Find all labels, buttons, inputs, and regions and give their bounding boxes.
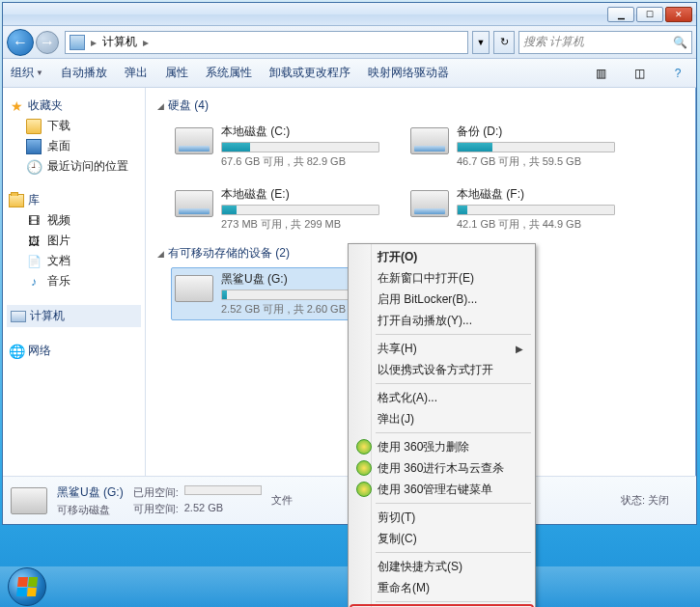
ctx-360-scan[interactable]: 使用 360进行木马云查杀 [350,457,533,479]
search-placeholder: 搜索 计算机 [523,34,584,50]
360-icon [356,460,372,476]
capacity-bar [221,205,379,215]
back-button[interactable]: ← [7,29,34,56]
details-status: 状态: 关闭 [621,493,669,508]
minimize-button[interactable] [607,7,634,22]
ctx-sep [376,503,531,504]
hdd-icon [410,127,449,154]
ctx-rename[interactable]: 重命名(M) [350,577,533,598]
details-used-label: 已用空间: [133,485,179,500]
libraries-head[interactable]: 库 [7,190,141,210]
sidebar-item-desktop[interactable]: 桌面 [7,136,141,156]
usb-icon [175,275,213,302]
navbar: ← → ▸ 计算机 ▸ ▼ ↻ 搜索 计算机 🔍 [3,26,696,59]
ctx-copy[interactable]: 复制(C) [350,528,533,549]
recent-icon: 🕘 [26,159,42,175]
preview-pane-button[interactable]: ◫ [629,63,650,84]
ctx-share[interactable]: 共享(H)▶ [350,338,533,359]
sidebar-item-network[interactable]: 🌐网络 [7,341,141,361]
eject-button[interactable]: 弹出 [125,65,148,81]
ctx-format[interactable]: 格式化(A)... [350,387,533,408]
view-button[interactable]: ▥ [590,63,611,84]
breadcrumb-root[interactable]: 计算机 [102,34,137,50]
windows-icon [16,577,38,596]
collapse-icon[interactable]: ◢ [157,249,164,259]
ctx-autoplay[interactable]: 打开自动播放(Y)... [350,310,533,331]
star-icon: ★ [9,98,24,114]
downloads-icon [26,119,42,134]
drive-d[interactable]: 备份 (D:) 46.7 GB 可用 , 共 59.5 GB [406,120,619,173]
sysproperties-button[interactable]: 系统属性 [206,65,252,81]
context-menu: 打开(O) 在新窗口中打开(E) 启用 BitLocker(B)... 打开自动… [348,243,536,607]
computer-icon [70,35,85,50]
ctx-bitlocker[interactable]: 启用 BitLocker(B)... [350,289,533,310]
favorites-head[interactable]: ★收藏夹 [7,96,141,116]
drive-free: 42.1 GB 可用 , 共 44.9 GB [457,217,615,232]
titlebar [3,3,696,26]
computer-icon [11,311,26,322]
ctx-sep [376,552,531,553]
sidebar-item-pictures[interactable]: 🖼图片 [7,231,141,251]
ctx-cut[interactable]: 剪切(T) [350,507,533,528]
details-bar [184,485,262,495]
360-icon [356,439,372,455]
start-button[interactable] [8,567,46,606]
sidebar-item-computer[interactable]: 计算机 [7,305,141,327]
ctx-360-delete[interactable]: 使用 360强力删除 [350,436,533,457]
section-hdd[interactable]: ◢硬盘 (4) [157,97,685,114]
ctx-360-menu[interactable]: 使用 360管理右键菜单 [350,479,533,500]
sidebar-item-music[interactable]: ♪音乐 [7,271,141,291]
details-free-value: 2.52 GB [184,502,223,516]
close-button[interactable] [665,7,692,22]
capacity-bar [457,142,615,152]
breadcrumb-sep: ▸ [91,36,97,49]
sidebar-item-documents[interactable]: 📄文档 [7,251,141,271]
details-file-label: 文件 [271,493,293,508]
favorites-group: ★收藏夹 下载 桌面 🕘最近访问的位置 [7,96,141,177]
usb-icon [11,487,47,514]
sidebar-item-downloads[interactable]: 下载 [7,116,141,136]
mapdrive-button[interactable]: 映射网络驱动器 [368,65,449,81]
capacity-bar [457,205,615,215]
search-input[interactable]: 搜索 计算机 🔍 [518,31,692,54]
capacity-bar [221,142,379,152]
ctx-open[interactable]: 打开(O) [350,246,533,267]
address-dropdown-button[interactable]: ▼ [472,31,490,54]
address-bar[interactable]: ▸ 计算机 ▸ [65,31,468,54]
hdd-icon [175,127,213,154]
ctx-open-newwin[interactable]: 在新窗口中打开(E) [350,267,533,289]
details-name: 黑鲨U盘 (G:) [57,484,124,501]
forward-button[interactable]: → [36,31,59,54]
drive-f[interactable]: 本地磁盘 (F:) 42.1 GB 可用 , 共 44.9 GB [406,182,619,235]
drive-c[interactable]: 本地磁盘 (C:) 67.6 GB 可用 , 共 82.9 GB [171,120,383,173]
drive-free: 67.6 GB 可用 , 共 82.9 GB [221,154,379,169]
maximize-button[interactable] [636,7,663,22]
hdd-drives: 本地磁盘 (C:) 67.6 GB 可用 , 共 82.9 GB 备份 (D:)… [157,120,685,235]
drive-name: 本地磁盘 (E:) [221,186,379,203]
uninstall-button[interactable]: 卸载或更改程序 [269,65,350,81]
ctx-sep [376,334,531,335]
sidebar-item-videos[interactable]: 🎞视频 [7,210,141,231]
drive-name: 备份 (D:) [457,124,615,140]
drive-e[interactable]: 本地磁盘 (E:) 273 MB 可用 , 共 299 MB [171,182,383,235]
refresh-button[interactable]: ↻ [493,31,515,54]
drive-free: 273 MB 可用 , 共 299 MB [221,217,379,232]
computer-group: 计算机 [7,305,141,327]
autoplay-button[interactable]: 自动播放 [61,65,107,81]
ctx-eject[interactable]: 弹出(J) [350,408,533,429]
sidebar-item-recent[interactable]: 🕘最近访问的位置 [7,156,141,177]
ctx-sep [376,601,531,602]
details-free-label: 可用空间: [133,502,179,516]
pictures-icon: 🖼 [26,234,42,249]
properties-button[interactable]: 属性 [165,65,188,81]
ctx-portable[interactable]: 以便携式设备方式打开 [350,359,533,380]
help-button[interactable]: ? [667,63,688,84]
hdd-icon [410,190,449,217]
drive-name: 本地磁盘 (F:) [457,186,615,203]
organize-button[interactable]: 组织▼ [11,65,43,81]
chevron-right-icon: ▶ [516,344,523,354]
ctx-shortcut[interactable]: 创建快捷方式(S) [350,556,533,577]
network-group: 🌐网络 [7,341,141,361]
music-icon: ♪ [26,274,42,290]
collapse-icon[interactable]: ◢ [157,101,164,111]
